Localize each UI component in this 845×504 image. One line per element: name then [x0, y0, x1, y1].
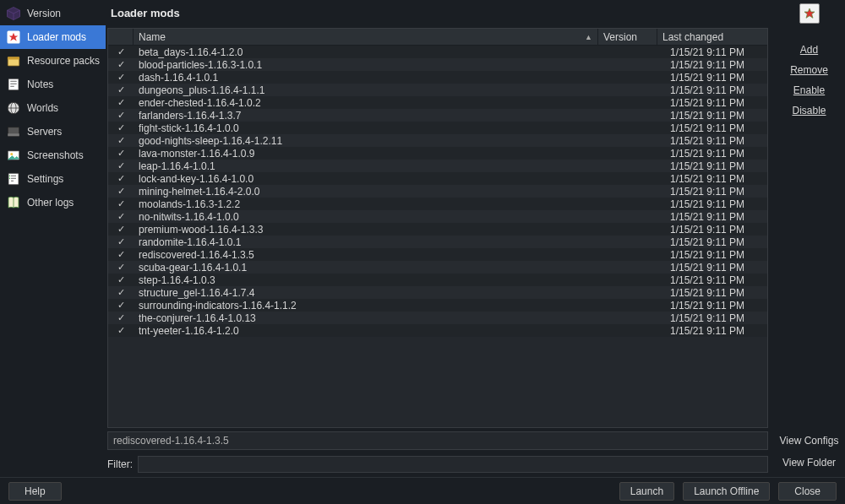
table-row[interactable]: ✓mining-helmet-1.16.4-2.0.01/15/21 9:11 … — [108, 185, 767, 198]
sidebar-item-resource-packs[interactable]: Resource packs — [0, 49, 106, 73]
sidebar-item-loader-mods[interactable]: Loader mods — [0, 25, 106, 49]
row-name: tnt-yeeter-1.16.4-1.2.0 — [134, 325, 611, 337]
help-button[interactable]: Help — [8, 482, 62, 501]
row-last-changed: 1/15/21 9:11 PM — [670, 72, 767, 84]
row-check-icon: ✓ — [108, 312, 134, 323]
table-row[interactable]: ✓scuba-gear-1.16.4-1.0.11/15/21 9:11 PM — [108, 261, 767, 274]
column-check[interactable] — [108, 29, 134, 45]
view-folder-action[interactable]: View Folder — [782, 453, 836, 472]
sidebar-item-label: Worlds — [27, 102, 58, 114]
row-check-icon: ✓ — [108, 287, 134, 298]
row-name: lock-and-key-1.16.4-1.0.0 — [134, 173, 611, 185]
table-row[interactable]: ✓step-1.16.4-1.0.31/15/21 9:11 PM — [108, 274, 767, 286]
row-last-changed: 1/15/21 9:11 PM — [670, 110, 767, 122]
table-header: Name ▲ Version Last changed — [108, 29, 767, 46]
filter-row: Filter: — [107, 455, 768, 474]
table-row[interactable]: ✓fight-stick-1.16.4-1.0.01/15/21 9:11 PM — [108, 122, 767, 134]
row-name: beta_days-1.16.4-1.2.0 — [134, 46, 611, 58]
notes-icon — [5, 76, 22, 93]
sidebar-item-servers[interactable]: Servers — [0, 120, 106, 144]
svg-rect-17 — [8, 173, 19, 185]
row-check-icon: ✓ — [108, 135, 134, 146]
table-row[interactable]: ✓no-nitwits-1.16.4-1.0.01/15/21 9:11 PM — [108, 210, 767, 223]
view-configs-action[interactable]: View Configs — [780, 431, 839, 450]
row-name: moolands-1.16.3-1.2.2 — [134, 198, 611, 210]
column-name-label: Name — [139, 31, 166, 43]
enable-action[interactable]: Enable — [793, 81, 825, 100]
server-icon — [5, 123, 22, 140]
row-last-changed: 1/15/21 9:11 PM — [670, 274, 767, 286]
table-body[interactable]: ✓beta_days-1.16.4-1.2.01/15/21 9:11 PM✓b… — [108, 46, 767, 427]
row-name: step-1.16.4-1.0.3 — [134, 274, 611, 286]
filter-input[interactable] — [138, 456, 768, 473]
table-row[interactable]: ✓randomite-1.16.4-1.0.11/15/21 9:11 PM — [108, 236, 767, 248]
sidebar-item-settings[interactable]: Settings — [0, 167, 106, 191]
star-icon — [5, 29, 22, 46]
column-version[interactable]: Version — [598, 29, 657, 45]
sidebar-item-other-logs[interactable]: Other logs — [0, 191, 106, 214]
sidebar-item-label: Servers — [27, 126, 62, 138]
row-check-icon: ✓ — [108, 198, 134, 209]
star-button[interactable] — [799, 3, 820, 24]
sidebar-item-screenshots[interactable]: Screenshots — [0, 144, 106, 167]
table-row[interactable]: ✓lock-and-key-1.16.4-1.0.01/15/21 9:11 P… — [108, 172, 767, 185]
column-changed-label: Last changed — [662, 31, 723, 43]
status-bar: rediscovered-1.16.4-1.3.5 — [107, 431, 768, 450]
table-row[interactable]: ✓rediscovered-1.16.4-1.3.51/15/21 9:11 P… — [108, 248, 767, 261]
sidebar-item-label: Settings — [27, 173, 63, 185]
svg-rect-14 — [8, 133, 19, 136]
globe-icon — [5, 100, 22, 117]
launch-button[interactable]: Launch — [619, 482, 674, 501]
row-check-icon: ✓ — [108, 59, 134, 70]
table-row[interactable]: ✓leap-1.16.4-1.0.11/15/21 9:11 PM — [108, 160, 767, 172]
row-check-icon: ✓ — [108, 148, 134, 159]
filter-label: Filter: — [107, 458, 133, 470]
table-row[interactable]: ✓ender-chested-1.16.4-1.0.21/15/21 9:11 … — [108, 96, 767, 109]
row-last-changed: 1/15/21 9:11 PM — [670, 186, 767, 198]
row-name: no-nitwits-1.16.4-1.0.0 — [134, 211, 611, 223]
column-name[interactable]: Name ▲ — [134, 29, 598, 45]
row-last-changed: 1/15/21 9:11 PM — [670, 173, 767, 185]
svg-point-22 — [9, 178, 11, 180]
column-last-changed[interactable]: Last changed — [657, 29, 755, 45]
table-row[interactable]: ✓blood-particles-1.16.3-1.0.11/15/21 9:1… — [108, 58, 767, 71]
sidebar-item-worlds[interactable]: Worlds — [0, 96, 106, 120]
row-last-changed: 1/15/21 9:11 PM — [670, 59, 767, 71]
row-name: dungeons_plus-1.16.4-1.1.1 — [134, 84, 611, 96]
launch-offline-button[interactable]: Launch Offline — [683, 482, 770, 501]
settings-icon — [5, 171, 22, 187]
row-check-icon: ✓ — [108, 274, 134, 285]
sidebar-item-notes[interactable]: Notes — [0, 73, 106, 96]
sidebar-item-version[interactable]: Version — [0, 2, 106, 25]
scroll-gutter — [755, 29, 767, 45]
table-row[interactable]: ✓surrounding-indicators-1.16.4-1.1.21/15… — [108, 299, 767, 312]
svg-point-16 — [10, 153, 13, 155]
box-icon — [5, 52, 22, 69]
row-name: good-nights-sleep-1.16.4-1.2.11 — [134, 135, 611, 147]
table-row[interactable]: ✓structure_gel-1.16.4-1.7.41/15/21 9:11 … — [108, 286, 767, 299]
row-name: scuba-gear-1.16.4-1.0.1 — [134, 262, 611, 274]
row-last-changed: 1/15/21 9:11 PM — [670, 135, 767, 147]
table-row[interactable]: ✓tnt-yeeter-1.16.4-1.2.01/15/21 9:11 PM — [108, 324, 767, 337]
svg-marker-24 — [804, 8, 815, 18]
table-row[interactable]: ✓dungeons_plus-1.16.4-1.1.11/15/21 9:11 … — [108, 84, 767, 96]
close-button[interactable]: Close — [778, 482, 837, 501]
table-row[interactable]: ✓beta_days-1.16.4-1.2.01/15/21 9:11 PM — [108, 46, 767, 58]
table-row[interactable]: ✓moolands-1.16.3-1.2.21/15/21 9:11 PM — [108, 198, 767, 210]
sort-asc-icon: ▲ — [585, 33, 592, 41]
row-last-changed: 1/15/21 9:11 PM — [670, 287, 767, 299]
column-version-label: Version — [603, 31, 637, 43]
table-row[interactable]: ✓farlanders-1.16.4-1.3.71/15/21 9:11 PM — [108, 109, 767, 122]
disable-action[interactable]: Disable — [792, 101, 826, 120]
row-name: dash-1.16.4-1.0.1 — [134, 72, 611, 84]
remove-action[interactable]: Remove — [790, 61, 828, 79]
table-row[interactable]: ✓dash-1.16.4-1.0.11/15/21 9:11 PM — [108, 71, 767, 84]
row-last-changed: 1/15/21 9:11 PM — [670, 325, 767, 337]
table-row[interactable]: ✓the-conjurer-1.16.4-1.0.131/15/21 9:11 … — [108, 312, 767, 324]
table-row[interactable]: ✓lava-monster-1.16.4-1.0.91/15/21 9:11 P… — [108, 147, 767, 160]
table-row[interactable]: ✓premium-wood-1.16.4-1.3.31/15/21 9:11 P… — [108, 223, 767, 236]
row-last-changed: 1/15/21 9:11 PM — [670, 312, 767, 324]
table-row[interactable]: ✓good-nights-sleep-1.16.4-1.2.111/15/21 … — [108, 134, 767, 147]
row-last-changed: 1/15/21 9:11 PM — [670, 46, 767, 58]
add-action[interactable]: Add — [800, 41, 818, 59]
